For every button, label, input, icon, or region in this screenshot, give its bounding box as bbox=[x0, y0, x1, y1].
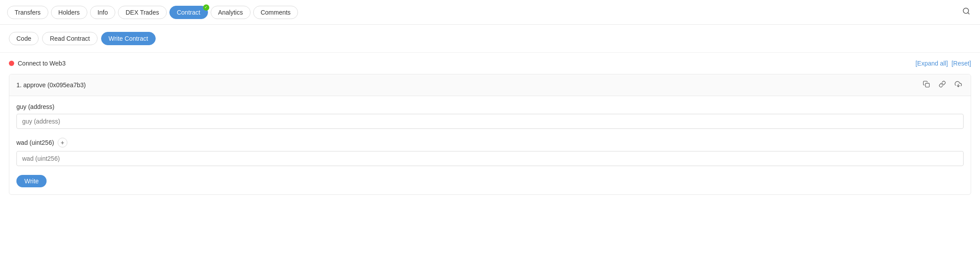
subtab-write-contract[interactable]: Write Contract bbox=[101, 32, 156, 45]
download-button[interactable] bbox=[953, 80, 964, 90]
function-title: 1. approve (0x095ea7b3) bbox=[16, 81, 86, 89]
add-wad-button[interactable]: + bbox=[58, 138, 67, 147]
link-button[interactable] bbox=[937, 80, 948, 90]
contract-body: Connect to Web3 [Expand all] [Reset] 1. … bbox=[0, 53, 980, 202]
param-label-guy: guy (address) bbox=[16, 103, 964, 110]
top-navigation: Transfers Holders Info DEX Trades Contra… bbox=[0, 0, 980, 25]
function-section-approve: 1. approve (0x095ea7b3) bbox=[9, 74, 971, 195]
tab-analytics[interactable]: Analytics bbox=[211, 6, 251, 19]
tab-contract[interactable]: Contract ✓ bbox=[169, 6, 208, 19]
connect-left: Connect to Web3 bbox=[9, 60, 66, 67]
param-label-wad: wad (uint256) + bbox=[16, 138, 964, 147]
write-button[interactable]: Write bbox=[16, 175, 47, 187]
function-actions bbox=[921, 80, 964, 90]
sub-navigation: Code Read Contract Write Contract bbox=[0, 25, 980, 53]
tab-dex-trades[interactable]: DEX Trades bbox=[118, 6, 166, 19]
search-icon bbox=[962, 7, 970, 15]
param-group-wad: wad (uint256) + bbox=[16, 138, 964, 166]
subtab-code[interactable]: Code bbox=[9, 32, 39, 45]
param-input-guy[interactable] bbox=[16, 114, 964, 129]
svg-line-1 bbox=[968, 12, 969, 14]
tab-info[interactable]: Info bbox=[90, 6, 115, 19]
copy-button[interactable] bbox=[921, 80, 932, 90]
connect-label: Connect to Web3 bbox=[18, 60, 66, 67]
connect-row: Connect to Web3 [Expand all] [Reset] bbox=[9, 60, 971, 67]
download-icon bbox=[955, 81, 962, 88]
function-header: 1. approve (0x095ea7b3) bbox=[9, 74, 971, 96]
param-input-wad[interactable] bbox=[16, 151, 964, 166]
tab-comments[interactable]: Comments bbox=[253, 6, 298, 19]
verified-checkmark: ✓ bbox=[203, 4, 209, 11]
reset-button[interactable]: [Reset] bbox=[952, 60, 971, 67]
expand-reset-controls: [Expand all] [Reset] bbox=[915, 60, 971, 67]
svg-rect-2 bbox=[925, 83, 929, 87]
tab-transfers[interactable]: Transfers bbox=[7, 6, 48, 19]
tab-holders[interactable]: Holders bbox=[51, 6, 87, 19]
link-icon bbox=[939, 81, 946, 88]
param-group-guy: guy (address) bbox=[16, 103, 964, 129]
subtab-read-contract[interactable]: Read Contract bbox=[42, 32, 97, 45]
connection-status-dot bbox=[9, 61, 14, 66]
search-button[interactable] bbox=[960, 4, 973, 20]
nav-tab-list: Transfers Holders Info DEX Trades Contra… bbox=[7, 6, 298, 19]
expand-all-button[interactable]: [Expand all] bbox=[915, 60, 948, 67]
function-body: guy (address) wad (uint256) + Write bbox=[9, 96, 971, 194]
copy-icon bbox=[923, 81, 930, 88]
